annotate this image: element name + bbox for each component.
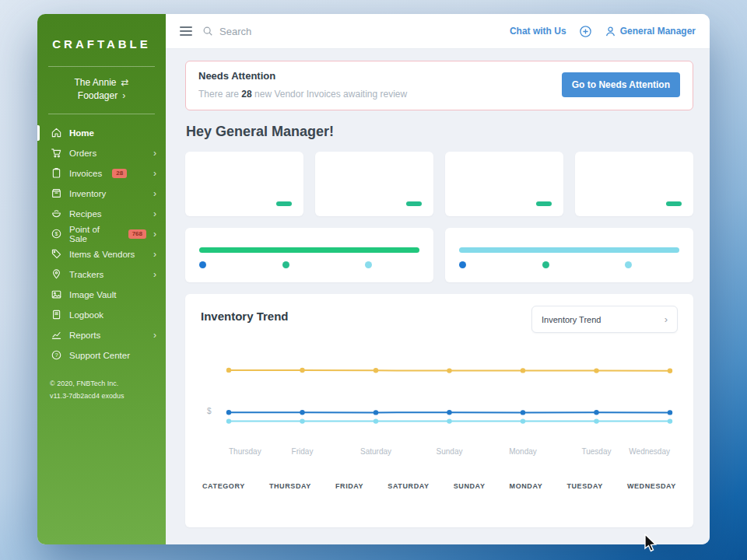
chevron-right-icon: ›: [153, 250, 156, 259]
stat-card-sales: [185, 152, 303, 216]
chart-point[interactable]: [374, 410, 378, 415]
trend-title: Inventory Trend: [201, 306, 289, 323]
legend-dot-icon: [199, 261, 206, 268]
y-axis-label: $: [207, 407, 212, 415]
chart-point[interactable]: [521, 368, 525, 373]
trend-dropdown[interactable]: Inventory Trend ›: [531, 306, 678, 333]
chart-point[interactable]: [374, 368, 378, 373]
venue-role: Foodager: [78, 89, 117, 103]
progress-bar: [459, 247, 679, 253]
chart-point[interactable]: [300, 418, 304, 423]
sidebar-item-logbook[interactable]: Logbook: [37, 305, 166, 325]
notification-badge: 28: [112, 169, 127, 178]
chart-point[interactable]: [668, 418, 672, 423]
stat-card-inventory: [445, 152, 563, 216]
chevron-right-icon: ›: [665, 313, 668, 325]
table-header-thursday: THURSDAY: [269, 482, 311, 490]
sidebar-item-recipes[interactable]: Recipes›: [37, 204, 166, 224]
stat-cards-row: [185, 152, 693, 216]
legend-dot-icon: [459, 261, 466, 268]
sidebar-item-items-vendors[interactable]: Items & Vendors›: [37, 244, 166, 264]
trend-chart: $ThursdayFridaySaturdaySundayMondayTuesd…: [201, 350, 678, 459]
chart-point[interactable]: [226, 410, 231, 415]
sidebar-item-label: Orders: [69, 149, 96, 158]
stat-delta-badge: [406, 201, 422, 206]
sidebar-item-home[interactable]: Home: [37, 123, 166, 143]
box-icon: [51, 187, 62, 199]
chart-point[interactable]: [594, 410, 598, 415]
sidebar-item-trackers[interactable]: Trackers›: [37, 264, 166, 285]
app-window: CRAFTABLE The Annie ⇄ Foodager › HomeOrd…: [37, 14, 710, 544]
legend-item: [282, 261, 337, 273]
chart-point[interactable]: [447, 368, 451, 373]
chart-point[interactable]: [300, 368, 304, 373]
sidebar-item-label: Image Vault: [69, 290, 117, 299]
page-title: Hey General Manager!: [186, 124, 693, 140]
invoice-icon: [51, 167, 62, 179]
sidebar-item-label: Inventory: [69, 189, 106, 198]
chevron-right-icon: ›: [153, 270, 156, 279]
chart-point[interactable]: [521, 418, 525, 423]
chevron-right-icon: ›: [153, 169, 156, 178]
sidebar-item-support-center[interactable]: ?Support Center: [37, 345, 166, 366]
search-input[interactable]: Search: [202, 26, 500, 37]
hamburger-menu-icon[interactable]: [180, 26, 192, 36]
sidebar-item-inventory[interactable]: Inventory›: [37, 184, 166, 204]
progress-bar: [199, 247, 419, 253]
sidebar-item-label: Invoices: [69, 169, 102, 178]
chart-point[interactable]: [594, 418, 598, 423]
chat-with-us-link[interactable]: Chat with Us: [510, 26, 566, 37]
venue-name: The Annie: [74, 76, 116, 89]
trend-dropdown-value: Inventory Trend: [542, 315, 601, 324]
chart-point[interactable]: [521, 410, 525, 415]
sidebar-item-label: Support Center: [69, 351, 130, 360]
sidebar: CRAFTABLE The Annie ⇄ Foodager › HomeOrd…: [37, 14, 166, 544]
desktop-background: CRAFTABLE The Annie ⇄ Foodager › HomeOrd…: [0, 0, 747, 560]
legend-item: [625, 261, 679, 273]
chart-point[interactable]: [374, 418, 378, 423]
banner-count: 28: [241, 89, 251, 100]
chart-point[interactable]: [668, 369, 672, 373]
sidebar-item-label: Reports: [69, 331, 100, 340]
chevron-right-icon: ›: [153, 209, 156, 219]
needs-attention-banner: Needs Attention There are 28 new Vendor …: [185, 61, 693, 110]
chevron-right-icon: ›: [122, 89, 125, 103]
user-menu[interactable]: General Manager: [605, 26, 696, 37]
sidebar-item-invoices[interactable]: Invoices28›: [37, 163, 166, 184]
home-icon: [51, 127, 62, 138]
tag-icon: [51, 248, 62, 260]
legend-dot-icon: [542, 261, 549, 268]
sidebar-item-label: Recipes: [69, 209, 102, 219]
version-text: v11.3-7db2acd4 exodus: [50, 390, 153, 402]
sidebar-item-image-vault[interactable]: Image Vault: [37, 285, 166, 305]
pin-icon: [51, 268, 62, 280]
chart-point[interactable]: [447, 418, 451, 423]
sidebar-item-point-of-sale[interactable]: $Point of Sale768›: [37, 224, 166, 244]
stat-card-out-of-stock: [575, 152, 693, 216]
user-icon: [605, 26, 616, 37]
sidebar-item-reports[interactable]: Reports›: [37, 325, 166, 345]
venue-role-row[interactable]: Foodager ›: [37, 89, 166, 103]
chart-point[interactable]: [300, 410, 304, 415]
go-to-needs-attention-button[interactable]: Go to Needs Attention: [562, 72, 680, 97]
dollar-icon: $: [51, 228, 62, 240]
banner-message: There are 28 new Vendor Invoices awaitin…: [198, 89, 407, 100]
chart-point[interactable]: [447, 410, 451, 415]
chart-point[interactable]: [226, 368, 231, 373]
venue-name-row[interactable]: The Annie ⇄: [37, 76, 166, 89]
chart-point[interactable]: [226, 418, 231, 423]
table-header-sunday: SUNDAY: [454, 482, 486, 490]
trend-chart-svg: $ThursdayFridaySaturdaySundayMondayTuesd…: [201, 350, 678, 459]
trend-table-header: CATEGORYTHURSDAYFRIDAYSATURDAYSUNDAYMOND…: [201, 470, 678, 490]
stat-delta-badge: [276, 201, 292, 206]
chart-icon: [51, 329, 62, 341]
cart-icon: [51, 147, 62, 159]
table-header-tuesday: TUESDAY: [566, 482, 602, 490]
chart-point[interactable]: [668, 410, 672, 415]
x-axis-tick: Friday: [292, 447, 314, 456]
chart-point[interactable]: [594, 368, 598, 373]
circle-plus-icon[interactable]: [579, 25, 592, 38]
progress-cards-row: [185, 228, 693, 282]
table-header-saturday: SATURDAY: [388, 482, 429, 490]
sidebar-item-orders[interactable]: Orders›: [37, 143, 166, 163]
